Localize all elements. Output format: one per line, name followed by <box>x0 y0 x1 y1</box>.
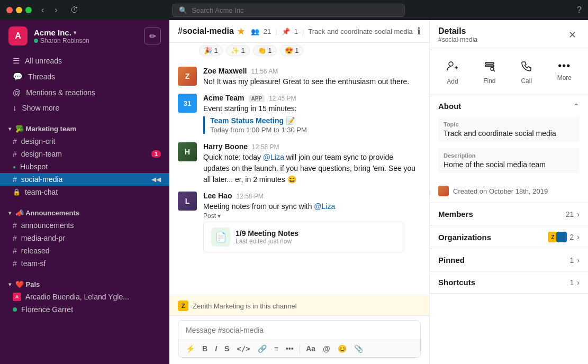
italic-button[interactable]: I <box>212 342 220 355</box>
nav-buttons: ‹ › <box>38 4 61 16</box>
star-icon[interactable]: ★ <box>237 26 245 37</box>
sidebar-item-arcadio[interactable]: A Arcadio Buendia, Leland Ygle... <box>0 290 169 303</box>
active-channel-icon: ◀◀ <box>151 176 161 183</box>
reaction-clap[interactable]: 👏 1 <box>253 45 277 56</box>
sidebar-item-hubspot[interactable]: ● Hubspot <box>0 160 169 173</box>
compose-button[interactable]: ✏ <box>144 28 161 44</box>
reaction-sparkles[interactable]: ✨ 1 <box>226 45 250 56</box>
at-icon: @ <box>13 88 21 97</box>
fullscreen-traffic-light[interactable] <box>25 7 32 13</box>
reaction-party[interactable]: 🎉 1 <box>199 45 223 56</box>
list-button[interactable]: ≡ <box>271 342 282 355</box>
workspace-name[interactable]: Acme Inc. ▾ <box>34 28 138 37</box>
more-action[interactable]: ••• More <box>551 57 578 88</box>
forward-button[interactable]: › <box>51 4 60 16</box>
sidebar-item-design-crit[interactable]: # design-crit <box>0 135 169 148</box>
acme-message-text: Event starting in 15 minutes: <box>203 103 421 114</box>
acme-quote-block: Team Status Meeting 📝 Today from 1:00 PM… <box>203 116 421 134</box>
link-button[interactable]: 🔗 <box>255 342 270 355</box>
reaction-heart-eyes[interactable]: 😍 1 <box>280 45 304 56</box>
channel-name: #social-media ★ <box>178 26 245 37</box>
liza-mention[interactable]: @Liza <box>263 153 284 161</box>
add-label: Add <box>447 78 458 85</box>
topic-field: Topic Track and coordinate social media <box>438 117 580 142</box>
sidebar-item-social-media[interactable]: # social-media ◀◀ <box>0 173 169 186</box>
pinned-chevron-icon: › <box>577 256 580 265</box>
sidebar-item-threads[interactable]: 💬 Threads <box>8 70 161 84</box>
sidebar-item-announcements[interactable]: # announcements <box>0 219 169 232</box>
meeting-notes-attachment[interactable]: 📄 1/9 Meeting Notes Last edited just now <box>203 222 404 252</box>
hash-icon: # <box>13 150 17 158</box>
sidebar-item-team-chat[interactable]: 🔒 team-chat <box>0 186 169 198</box>
sidebar-item-florence[interactable]: Florence Garret <box>0 303 169 316</box>
svg-point-0 <box>449 62 453 66</box>
back-button[interactable]: ‹ <box>38 4 47 16</box>
shortcuts-count: 1 <box>570 278 574 287</box>
details-close-button[interactable]: ✕ <box>565 28 580 42</box>
document-icon: 📄 <box>211 228 230 247</box>
message-input-area: ⚡ B I S </> 🔗 ≡ ••• | Aa @ 😊 📎 <box>169 315 429 364</box>
liza-mention-2[interactable]: @Liza <box>314 202 335 211</box>
notification-text: Zenith Marketing is in this channel <box>193 302 297 310</box>
florence-online-icon <box>13 307 17 312</box>
attachment-subtitle: Last edited just now <box>236 238 298 245</box>
about-title: About <box>438 102 461 111</box>
acme-message-content: Acme Team APP 12:45 PM Event starting in… <box>203 94 421 136</box>
announcements-section-header[interactable]: ▾ 📣 Announcements <box>0 207 169 219</box>
members-icon: 👥 <box>251 28 259 35</box>
attachment-button[interactable]: 📎 <box>351 342 366 355</box>
sidebar-item-all-unreads[interactable]: ☰ All unreads <box>8 54 161 68</box>
sidebar-item-media-and-pr[interactable]: # media-and-pr <box>0 232 169 244</box>
details-panel: Details #social-media ✕ Add <box>429 20 588 364</box>
harry-message-header: Harry Boone 12:58 PM <box>203 142 421 151</box>
emoji-button[interactable]: 😊 <box>334 342 350 355</box>
text-style-button[interactable]: Aa <box>303 342 319 355</box>
org-blue-avatar <box>556 232 567 242</box>
about-chevron-icon: ⌃ <box>573 102 580 111</box>
info-button[interactable]: ℹ <box>417 25 421 37</box>
search-bar[interactable]: 🔍 <box>172 4 405 17</box>
sidebar-item-team-sf[interactable]: # team-sf <box>0 257 169 270</box>
shortcuts-row[interactable]: Shortcuts 1 › <box>430 271 588 294</box>
search-input[interactable] <box>192 6 398 14</box>
acme-sender-name: Acme Team <box>203 94 245 102</box>
sidebar-item-design-team[interactable]: # design-team 1 <box>0 148 169 160</box>
about-section-header[interactable]: About ⌃ <box>430 95 588 117</box>
pinned-row[interactable]: Pinned 1 › <box>430 249 588 271</box>
lightning-button[interactable]: ⚡ <box>183 342 198 355</box>
members-row[interactable]: Members 21 › <box>430 203 588 225</box>
meeting-link[interactable]: Team Status Meeting 📝 <box>210 116 421 125</box>
organizations-row[interactable]: Organizations Z 2 › <box>430 225 588 249</box>
more-formatting-button[interactable]: ••• <box>283 342 297 355</box>
svg-rect-4 <box>485 65 494 67</box>
organizations-label: Organizations <box>438 233 491 242</box>
at-mention-button[interactable]: @ <box>320 342 333 355</box>
pals-section-header[interactable]: ▾ ❤️ Pals <box>0 278 169 290</box>
sidebar-item-show-more[interactable]: ↓ Show more <box>8 101 161 114</box>
call-action[interactable]: Call <box>514 57 539 88</box>
harry-sender-name: Harry Boone <box>203 142 248 151</box>
close-traffic-light[interactable] <box>6 7 13 13</box>
find-action[interactable]: Find <box>477 57 502 88</box>
marketing-section-header[interactable]: ▾ 🥦 Marketing team <box>0 123 169 135</box>
zenith-avatar: Z <box>178 301 188 311</box>
marketing-chevron-icon: ▾ <box>8 126 11 132</box>
organizations-chevron-icon: › <box>577 233 580 241</box>
lee-message-header: Lee Hao 12:58 PM <box>203 192 421 200</box>
message-input[interactable] <box>178 321 420 340</box>
help-button[interactable]: ? <box>577 5 582 15</box>
sidebar-item-released[interactable]: # released <box>0 244 169 257</box>
add-action[interactable]: Add <box>440 57 465 88</box>
minimize-traffic-light[interactable] <box>16 7 22 13</box>
title-bar: ‹ › ⏱ 🔍 ? <box>0 0 588 20</box>
code-button[interactable]: </> <box>233 342 253 355</box>
history-button[interactable]: ⏱ <box>67 4 82 16</box>
zoe-timestamp: 11:56 AM <box>251 68 278 75</box>
strikethrough-button[interactable]: S <box>221 342 232 355</box>
chat-area: #social-media ★ 👥 21 | 📌 1 | Track and c… <box>169 20 429 364</box>
workspace-chevron: ▾ <box>74 30 76 35</box>
sidebar-item-mentions[interactable]: @ Mentions & reactions <box>8 86 161 99</box>
bold-button[interactable]: B <box>199 342 211 355</box>
lee-message-text: Meeting notes from our sync with @Liza <box>203 201 421 212</box>
pals-chevron-icon: ▾ <box>8 281 11 287</box>
